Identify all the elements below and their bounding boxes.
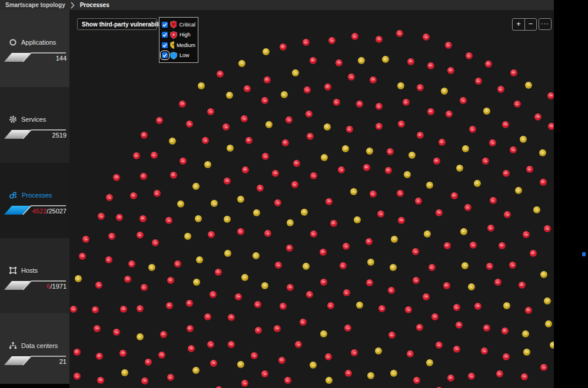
process-node-red[interactable] [152, 239, 159, 246]
process-node-red[interactable] [436, 342, 443, 349]
process-node-red[interactable] [145, 359, 152, 366]
process-node-yellow[interactable] [539, 149, 546, 156]
process-node-red[interactable] [92, 306, 99, 313]
process-node-red[interactable] [97, 377, 104, 384]
process-node-yellow[interactable] [238, 60, 245, 67]
process-node-yellow[interactable] [503, 302, 510, 309]
process-node-yellow[interactable] [148, 264, 155, 271]
process-node-red[interactable] [74, 349, 81, 356]
process-node-red[interactable] [151, 152, 158, 159]
process-node-yellow[interactable] [310, 362, 317, 369]
process-node-red[interactable] [327, 302, 334, 309]
process-node-red[interactable] [370, 76, 377, 83]
process-node-yellow[interactable] [367, 372, 374, 379]
process-node-red[interactable] [489, 139, 496, 146]
process-node-red[interactable] [105, 256, 112, 263]
vulnerability-filter-dropdown[interactable]: Show third-party vulnerabilities [77, 18, 157, 30]
process-node-red[interactable] [241, 115, 248, 122]
process-node-red[interactable] [74, 373, 81, 380]
process-node-red[interactable] [278, 357, 285, 364]
process-node-yellow[interactable] [354, 216, 361, 223]
process-node-yellow[interactable] [540, 271, 547, 278]
process-node-red[interactable] [217, 71, 224, 78]
process-node-yellow[interactable] [462, 145, 469, 152]
process-node-yellow[interactable] [324, 123, 331, 131]
process-node-red[interactable] [307, 133, 314, 140]
process-node-red[interactable] [376, 36, 383, 43]
process-node-red[interactable] [130, 192, 137, 199]
process-node-yellow[interactable] [474, 180, 481, 187]
process-node-red[interactable] [208, 231, 215, 238]
process-node-red[interactable] [210, 291, 217, 298]
process-node-yellow[interactable] [196, 256, 203, 263]
process-node-yellow[interactable] [169, 138, 176, 145]
process-node-red[interactable] [158, 352, 165, 359]
process-node-red[interactable] [487, 225, 494, 232]
process-node-red[interactable] [106, 194, 113, 201]
process-node-red[interactable] [167, 277, 174, 284]
process-node-red[interactable] [285, 116, 293, 123]
process-node-red[interactable] [291, 181, 298, 188]
process-node-red[interactable] [204, 313, 211, 320]
process-node-red[interactable] [179, 101, 186, 108]
process-node-red[interactable] [525, 307, 532, 314]
process-node-red[interactable] [387, 148, 394, 155]
high-checkbox[interactable] [162, 32, 168, 38]
process-node-red[interactable] [413, 377, 420, 384]
process-node-yellow[interactable] [224, 216, 231, 223]
topology-canvas[interactable]: Show third-party vulnerabilities Critica… [69, 10, 554, 388]
process-node-red[interactable] [280, 44, 287, 51]
process-node-red[interactable] [262, 153, 269, 160]
process-node-red[interactable] [377, 210, 384, 218]
process-node-yellow[interactable] [533, 206, 540, 213]
process-node-yellow[interactable] [404, 171, 411, 178]
process-node-red[interactable] [98, 213, 105, 220]
process-node-red[interactable] [444, 242, 451, 249]
process-node-red[interactable] [343, 289, 350, 296]
process-node-yellow[interactable] [391, 236, 398, 243]
process-node-yellow[interactable] [192, 367, 200, 374]
process-node-red[interactable] [255, 327, 262, 334]
process-node-yellow[interactable] [193, 279, 200, 286]
process-node-red[interactable] [207, 341, 214, 348]
process-node-yellow[interactable] [192, 183, 200, 190]
process-node-red[interactable] [207, 108, 214, 115]
process-node-red[interactable] [451, 192, 458, 199]
process-node-yellow[interactable] [390, 370, 397, 377]
process-node-red[interactable] [453, 346, 460, 353]
process-node-red[interactable] [235, 293, 242, 300]
process-node-red[interactable] [306, 291, 313, 298]
process-node-red[interactable] [398, 217, 405, 224]
process-node-red[interactable] [433, 158, 440, 165]
process-node-red[interactable] [324, 83, 331, 91]
process-node-red[interactable] [376, 103, 383, 110]
process-node-red[interactable] [398, 121, 405, 128]
process-node-red[interactable] [241, 380, 248, 387]
sidebar-item-applications[interactable]: Applications 144 [0, 10, 69, 87]
medium-checkbox[interactable] [162, 42, 168, 48]
process-node-red[interactable] [333, 99, 340, 106]
process-node-red[interactable] [469, 126, 476, 133]
process-node-red[interactable] [275, 262, 282, 269]
process-node-yellow[interactable] [137, 333, 144, 340]
process-node-yellow[interactable] [227, 145, 234, 152]
process-node-yellow[interactable] [545, 320, 552, 327]
process-node-yellow[interactable] [211, 200, 218, 207]
process-node-red[interactable] [325, 353, 332, 360]
process-node-red[interactable] [490, 197, 497, 204]
process-node-red[interactable] [95, 282, 102, 289]
process-node-red[interactable] [310, 57, 317, 64]
process-node-red[interactable] [370, 190, 377, 198]
process-node-red[interactable] [356, 101, 363, 108]
process-node-red[interactable] [274, 199, 281, 206]
process-node-red[interactable] [416, 324, 423, 331]
process-node-red[interactable] [496, 370, 503, 377]
process-node-yellow[interactable] [426, 359, 433, 366]
process-node-red[interactable] [186, 300, 193, 307]
process-node-red[interactable] [510, 69, 517, 76]
process-node-red[interactable] [154, 190, 161, 197]
process-node-red[interactable] [470, 242, 477, 249]
process-node-red[interactable] [320, 279, 327, 286]
process-node-red[interactable] [509, 262, 516, 269]
process-node-red[interactable] [405, 306, 412, 313]
